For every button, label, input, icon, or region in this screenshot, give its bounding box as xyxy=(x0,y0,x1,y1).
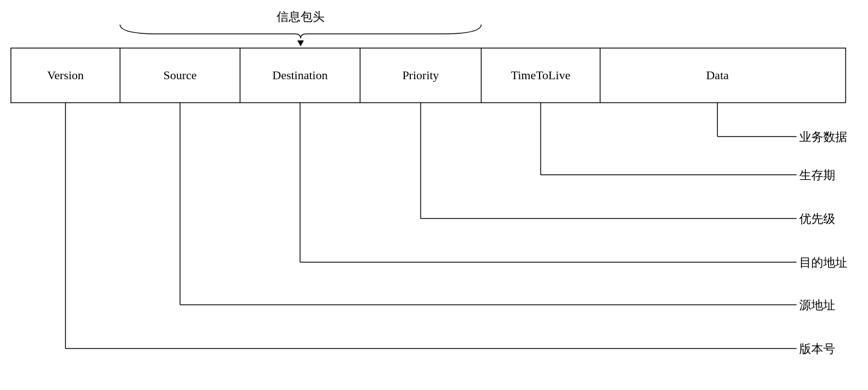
field-destination: Destination xyxy=(272,68,327,82)
field-version: Version xyxy=(47,68,83,82)
field-data: Data xyxy=(706,68,729,82)
packet-header-diagram: 信息包头 Version Source Destination Priority… xyxy=(0,0,868,390)
annotation-data: 业务数据 xyxy=(799,130,847,144)
svg-marker-0 xyxy=(297,40,304,46)
diagram-title: 信息包头 xyxy=(277,10,325,23)
field-source: Source xyxy=(163,68,196,82)
annotation-priority: 优先级 xyxy=(799,212,835,226)
annotation-destination: 目的地址 xyxy=(799,256,847,269)
field-timetolive: TimeToLive xyxy=(511,68,571,82)
field-priority: Priority xyxy=(402,68,439,82)
annotation-version: 版本号 xyxy=(799,342,835,356)
annotation-timetolive: 生存期 xyxy=(799,168,835,182)
annotation-source: 源地址 xyxy=(799,298,835,312)
